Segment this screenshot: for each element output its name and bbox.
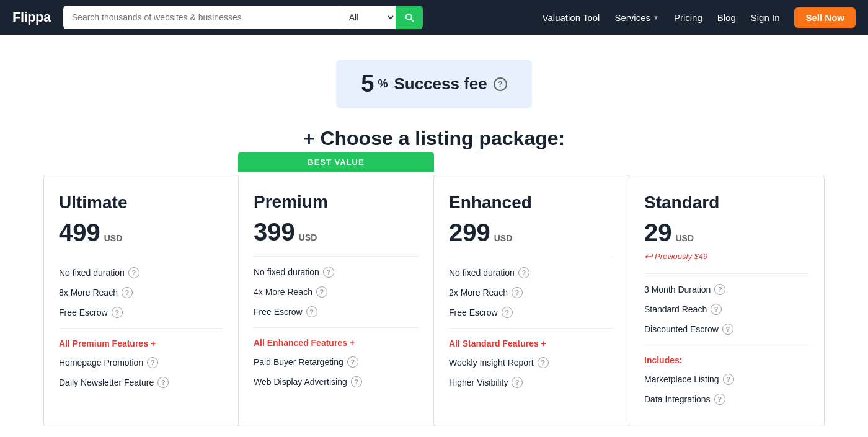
help-icon[interactable]: ? [323, 267, 334, 278]
help-icon[interactable]: ? [714, 284, 725, 295]
card-enhanced-currency: USD [494, 233, 513, 243]
help-icon[interactable]: ? [723, 374, 734, 385]
card-premium: BEST VALUE Premium 399 USD No fixed dura… [238, 175, 434, 426]
success-fee-help-icon[interactable]: ? [494, 77, 507, 91]
card-ultimate-currency: USD [104, 233, 123, 243]
feature-marketplace-listing: Marketplace Listing ? [644, 374, 809, 385]
success-fee-badge: 5 % Success fee ? [336, 60, 531, 108]
help-icon[interactable]: ? [128, 267, 140, 278]
divider-2 [254, 327, 418, 328]
divider-2 [449, 328, 614, 329]
help-icon[interactable]: ? [722, 324, 733, 335]
logo: Flippa [12, 9, 51, 25]
search-input[interactable] [63, 6, 340, 29]
pricing-link[interactable]: Pricing [674, 12, 702, 23]
card-ultimate: Ultimate 499 USD No fixed duration ? 8x … [43, 175, 239, 426]
search-category-select[interactable]: All Websites Apps Domains Businesses [340, 6, 396, 29]
choose-package-title: + Choose a listing package: [43, 127, 825, 150]
card-ultimate-title: Ultimate [59, 193, 223, 213]
card-ultimate-price-row: 499 USD [59, 219, 223, 247]
pricing-cards: Ultimate 499 USD No fixed duration ? 8x … [43, 175, 825, 426]
card-standard-title: Standard [644, 193, 809, 213]
valuation-tool-link[interactable]: Valuation Tool [542, 12, 600, 23]
divider-2 [59, 328, 223, 329]
main-content: 5 % Success fee ? + Choose a listing pac… [31, 35, 837, 437]
sell-now-button[interactable]: Sell Now [794, 7, 856, 28]
help-icon[interactable]: ? [711, 304, 722, 315]
navbar: Flippa All Websites Apps Domains Busines… [0, 0, 868, 35]
divider [644, 273, 809, 274]
card-premium-price-row: 399 USD [254, 218, 418, 246]
services-link[interactable]: Services ▼ [614, 12, 658, 23]
card-enhanced: Enhanced 299 USD No fixed duration ? 2x … [433, 175, 629, 426]
search-bar: All Websites Apps Domains Businesses [63, 6, 423, 29]
divider-2 [644, 345, 809, 345]
card-premium-price: 399 [254, 218, 295, 246]
card-enhanced-price-row: 299 USD [449, 219, 614, 247]
feature-reach: Standard Reach ? [644, 304, 809, 315]
help-icon[interactable]: ? [157, 377, 169, 388]
help-icon[interactable]: ? [147, 357, 158, 368]
help-icon[interactable]: ? [316, 286, 327, 298]
feature-escrow: Free Escrow ? [59, 307, 223, 318]
feature-reach: 2x More Reach ? [449, 287, 614, 298]
feature-escrow: Discounted Escrow ? [644, 324, 809, 335]
help-icon[interactable]: ? [112, 307, 123, 318]
help-icon[interactable]: ? [518, 267, 529, 278]
feature-no-fixed-duration: No fixed duration ? [59, 267, 223, 278]
help-icon[interactable]: ? [512, 287, 523, 298]
services-chevron-icon: ▼ [653, 14, 659, 21]
feature-reach: 4x More Reach ? [254, 286, 418, 298]
success-fee-number: 5 [361, 71, 374, 97]
all-features-link[interactable]: All Premium Features + [59, 338, 223, 348]
feature-reach: 8x More Reach ? [59, 287, 223, 298]
card-standard-price: 29 [644, 219, 672, 247]
feature-data-integrations: Data Integrations ? [644, 394, 809, 405]
previously-price: ↩ Previously $49 [644, 250, 809, 262]
search-icon [404, 12, 415, 23]
help-icon[interactable]: ? [512, 377, 523, 388]
feature-visibility: Higher Visibility ? [449, 377, 614, 388]
success-fee-section: 5 % Success fee ? [43, 60, 825, 108]
card-enhanced-title: Enhanced [449, 193, 614, 213]
nav-links: Valuation Tool Services ▼ Pricing Blog S… [542, 7, 856, 28]
card-premium-title: Premium [254, 192, 418, 212]
card-standard: Standard 29 USD ↩ Previously $49 3 Month… [629, 175, 825, 426]
success-fee-percent: % [378, 77, 388, 90]
feature-display-advertising: Web Display Advertising ? [254, 376, 418, 387]
help-icon[interactable]: ? [351, 376, 362, 387]
feature-no-fixed-duration: No fixed duration ? [254, 267, 418, 278]
card-ultimate-price: 499 [59, 219, 100, 247]
help-icon[interactable]: ? [306, 306, 317, 317]
arrow-icon: ↩ [644, 250, 652, 262]
best-value-banner: BEST VALUE [238, 152, 434, 172]
feature-no-fixed-duration: No fixed duration ? [449, 267, 614, 278]
help-icon[interactable]: ? [502, 307, 513, 318]
feature-escrow: Free Escrow ? [449, 307, 614, 318]
all-features-link[interactable]: All Enhanced Features + [254, 338, 418, 348]
card-premium-currency: USD [299, 232, 317, 242]
feature-buyer-retargeting: Paid Buyer Retargeting ? [254, 356, 418, 368]
sign-in-link[interactable]: Sign In [751, 12, 780, 23]
feature-duration: 3 Month Duration ? [644, 284, 809, 295]
all-features-link[interactable]: All Standard Features + [449, 338, 614, 348]
divider [59, 257, 223, 257]
feature-weekly-report: Weekly Insight Report ? [449, 357, 614, 368]
feature-escrow: Free Escrow ? [254, 306, 418, 317]
help-icon[interactable]: ? [714, 394, 725, 405]
help-icon[interactable]: ? [538, 357, 549, 368]
success-fee-label: Success fee [394, 74, 487, 94]
card-standard-price-row: 29 USD [644, 219, 809, 247]
divider [449, 257, 614, 257]
card-standard-currency: USD [676, 233, 694, 243]
search-button[interactable] [396, 6, 423, 29]
blog-link[interactable]: Blog [717, 12, 736, 23]
feature-homepage-promotion: Homepage Promotion ? [59, 357, 223, 368]
feature-newsletter: Daily Newsletter Feature ? [59, 377, 223, 388]
help-icon[interactable]: ? [122, 287, 133, 298]
includes-label: Includes: [644, 355, 809, 365]
help-icon[interactable]: ? [347, 356, 358, 368]
card-enhanced-price: 299 [449, 219, 490, 247]
divider [254, 256, 418, 257]
